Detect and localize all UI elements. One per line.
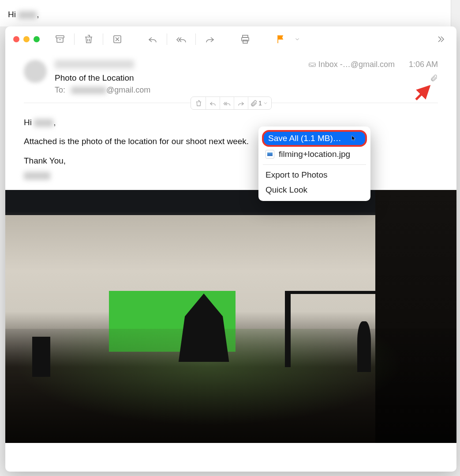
menu-separator <box>263 164 366 165</box>
chevron-down-icon <box>263 100 268 106</box>
redacted-name <box>18 11 37 19</box>
signature-name-redacted <box>24 172 50 180</box>
export-to-photos-menu-item[interactable]: Export to Photos <box>258 167 370 182</box>
toolbar-separator <box>167 33 167 45</box>
bg-greeting-suffix: , <box>37 10 39 19</box>
message-time: 1:06 AM <box>409 60 438 69</box>
to-label: To: <box>55 86 65 94</box>
paperclip-icon <box>250 100 258 107</box>
svg-rect-0 <box>56 36 64 38</box>
body-greeting-prefix: Hi <box>24 118 34 127</box>
junk-button[interactable] <box>109 31 125 47</box>
reply-button[interactable] <box>145 31 161 47</box>
body-name-redacted <box>34 119 53 127</box>
body-line-1: Attached is the photo of the location fo… <box>24 135 438 148</box>
background-email-preview: Hi , <box>0 0 451 26</box>
mailbox-label: Inbox -…@gmail.com <box>318 60 395 69</box>
inline-action-bar: 1 <box>5 97 456 110</box>
reply-all-button[interactable] <box>173 31 189 47</box>
recipient-name-redacted <box>71 87 106 94</box>
minimize-window-button[interactable] <box>23 36 30 42</box>
window-traffic-lights <box>13 36 40 42</box>
inline-delete-button[interactable] <box>192 97 206 109</box>
toolbar-overflow-button[interactable] <box>433 31 449 47</box>
quick-look-label: Quick Look <box>266 185 307 195</box>
quick-look-menu-item[interactable]: Quick Look <box>258 182 370 197</box>
attachment-count: 1 <box>258 100 262 107</box>
bg-greeting-prefix: Hi <box>8 10 18 19</box>
forward-button[interactable] <box>202 31 218 47</box>
attachment-indicator-icon[interactable] <box>430 74 438 84</box>
recipient-row: To: @gmail.com <box>55 86 438 95</box>
sender-name-redacted <box>55 60 134 69</box>
attachment-file-menu-item[interactable]: filming+location.jpg <box>258 147 370 162</box>
file-thumbnail-icon <box>266 150 274 159</box>
inline-reply-button[interactable] <box>206 97 220 109</box>
zoom-window-button[interactable] <box>34 36 40 42</box>
body-greeting-suffix: , <box>53 118 56 127</box>
svg-rect-4 <box>243 40 247 43</box>
save-all-menu-item[interactable]: Save All (1.1 MB)… <box>262 130 367 147</box>
body-signoff: Thank You, <box>24 154 438 167</box>
sender-avatar <box>24 60 47 83</box>
mail-message-window: Photo of the Location To: @gmail.com Inb… <box>5 26 456 472</box>
flag-button[interactable] <box>273 31 288 47</box>
attachment-dropdown-menu: Save All (1.1 MB)… filming+location.jpg … <box>258 126 370 201</box>
window-toolbar <box>5 26 456 52</box>
recipient-email-suffix: @gmail.com <box>106 86 150 94</box>
export-label: Export to Photos <box>266 170 327 180</box>
toolbar-separator <box>74 33 75 45</box>
header-meta: Inbox -…@gmail.com 1:06 AM <box>309 60 438 69</box>
close-window-button[interactable] <box>13 36 19 42</box>
print-button[interactable] <box>237 31 253 47</box>
attached-image[interactable] <box>5 190 456 443</box>
inline-attachments-button[interactable]: 1 <box>248 97 270 109</box>
message-body: Hi , Attached is the photo of the locati… <box>5 110 456 190</box>
flag-menu-button[interactable] <box>293 31 302 47</box>
archive-button[interactable] <box>52 31 68 47</box>
inline-forward-button[interactable] <box>234 97 248 109</box>
save-all-label: Save All (1.1 MB)… <box>268 134 341 143</box>
toolbar-separator <box>103 33 103 45</box>
attachment-file-name: filming+location.jpg <box>279 149 350 159</box>
delete-button[interactable] <box>81 31 97 47</box>
message-subject: Photo of the Location <box>55 73 438 83</box>
inline-reply-all-button[interactable] <box>220 97 234 109</box>
mailbox-icon <box>309 62 316 68</box>
cursor-icon <box>351 135 357 141</box>
message-header: Photo of the Location To: @gmail.com Inb… <box>5 52 456 97</box>
toolbar-separator <box>195 33 196 45</box>
